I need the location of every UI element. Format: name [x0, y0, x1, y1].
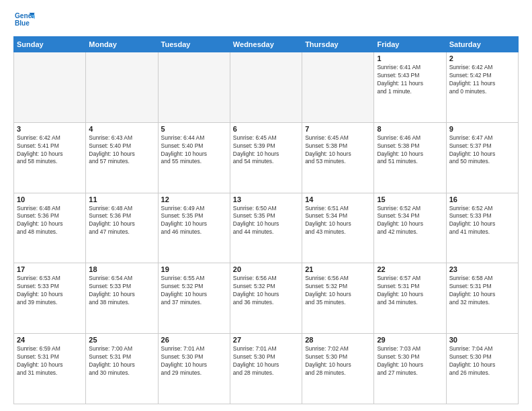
calendar-cell: 23Sunrise: 6:58 AM Sunset: 5:31 PM Dayli…	[446, 263, 518, 334]
day-info: Sunrise: 6:41 AM Sunset: 5:43 PM Dayligh…	[377, 64, 443, 96]
calendar-cell: 11Sunrise: 6:48 AM Sunset: 5:36 PM Dayli…	[86, 193, 158, 263]
day-number: 6	[233, 125, 299, 133]
day-info: Sunrise: 6:54 AM Sunset: 5:33 PM Dayligh…	[89, 275, 154, 307]
day-info: Sunrise: 6:56 AM Sunset: 5:32 PM Dayligh…	[233, 275, 299, 307]
day-number: 2	[449, 54, 515, 62]
day-info: Sunrise: 7:04 AM Sunset: 5:30 PM Dayligh…	[449, 345, 515, 377]
day-number: 10	[17, 195, 83, 203]
svg-text:Blue: Blue	[15, 19, 30, 27]
calendar-table: SundayMondayTuesdayWednesdayThursdayFrid…	[13, 36, 519, 404]
day-number: 25	[89, 336, 154, 344]
calendar-cell	[158, 52, 230, 123]
calendar-cell: 1Sunrise: 6:41 AM Sunset: 5:43 PM Daylig…	[374, 52, 446, 123]
calendar-cell: 16Sunrise: 6:52 AM Sunset: 5:33 PM Dayli…	[446, 193, 518, 263]
weekday-header: Saturday	[446, 37, 518, 52]
day-number: 22	[377, 265, 443, 273]
calendar-cell	[230, 52, 302, 123]
day-info: Sunrise: 6:45 AM Sunset: 5:38 PM Dayligh…	[305, 134, 371, 167]
day-info: Sunrise: 7:01 AM Sunset: 5:30 PM Dayligh…	[233, 345, 299, 377]
calendar-cell: 5Sunrise: 6:44 AM Sunset: 5:40 PM Daylig…	[158, 122, 230, 193]
day-number: 27	[233, 336, 299, 344]
weekday-header: Tuesday	[158, 37, 230, 52]
day-number: 5	[161, 125, 227, 133]
day-info: Sunrise: 7:02 AM Sunset: 5:30 PM Dayligh…	[305, 345, 371, 377]
calendar-cell: 25Sunrise: 7:00 AM Sunset: 5:31 PM Dayli…	[86, 334, 158, 404]
day-info: Sunrise: 6:48 AM Sunset: 5:36 PM Dayligh…	[89, 205, 154, 237]
calendar-cell: 17Sunrise: 6:53 AM Sunset: 5:33 PM Dayli…	[14, 263, 86, 334]
day-number: 21	[305, 265, 371, 273]
day-number: 1	[377, 54, 443, 62]
day-number: 9	[449, 125, 515, 133]
calendar-week-row: 3Sunrise: 6:42 AM Sunset: 5:41 PM Daylig…	[14, 122, 519, 193]
day-info: Sunrise: 6:42 AM Sunset: 5:41 PM Dayligh…	[17, 134, 83, 167]
calendar-week-row: 17Sunrise: 6:53 AM Sunset: 5:33 PM Dayli…	[14, 263, 519, 334]
day-number: 16	[449, 195, 515, 203]
day-number: 7	[305, 125, 371, 133]
calendar-cell: 2Sunrise: 6:42 AM Sunset: 5:42 PM Daylig…	[446, 52, 518, 123]
logo-icon: General Blue	[13, 11, 35, 30]
calendar-cell: 14Sunrise: 6:51 AM Sunset: 5:34 PM Dayli…	[302, 193, 374, 263]
calendar-cell: 21Sunrise: 6:56 AM Sunset: 5:32 PM Dayli…	[302, 263, 374, 334]
calendar-cell: 24Sunrise: 6:59 AM Sunset: 5:31 PM Dayli…	[14, 334, 86, 404]
calendar-cell: 28Sunrise: 7:02 AM Sunset: 5:30 PM Dayli…	[302, 334, 374, 404]
day-number: 30	[449, 336, 515, 344]
calendar-cell: 13Sunrise: 6:50 AM Sunset: 5:35 PM Dayli…	[230, 193, 302, 263]
weekday-header: Sunday	[14, 37, 86, 52]
day-info: Sunrise: 6:53 AM Sunset: 5:33 PM Dayligh…	[17, 275, 83, 307]
day-number: 18	[89, 265, 154, 273]
calendar-cell: 19Sunrise: 6:55 AM Sunset: 5:32 PM Dayli…	[158, 263, 230, 334]
day-number: 24	[17, 336, 83, 344]
day-info: Sunrise: 6:59 AM Sunset: 5:31 PM Dayligh…	[17, 345, 83, 377]
weekday-header: Friday	[374, 37, 446, 52]
weekday-header: Monday	[86, 37, 158, 52]
calendar-cell: 30Sunrise: 7:04 AM Sunset: 5:30 PM Dayli…	[446, 334, 518, 404]
weekday-header: Wednesday	[230, 37, 302, 52]
day-info: Sunrise: 6:52 AM Sunset: 5:33 PM Dayligh…	[449, 205, 515, 237]
day-info: Sunrise: 6:58 AM Sunset: 5:31 PM Dayligh…	[449, 275, 515, 307]
page: General Blue SundayMondayTuesdayWednesda…	[0, 0, 532, 411]
calendar-cell: 10Sunrise: 6:48 AM Sunset: 5:36 PM Dayli…	[14, 193, 86, 263]
day-number: 12	[161, 195, 227, 203]
calendar-cell	[302, 52, 374, 123]
day-info: Sunrise: 6:55 AM Sunset: 5:32 PM Dayligh…	[161, 275, 227, 307]
day-number: 19	[161, 265, 227, 273]
day-info: Sunrise: 7:00 AM Sunset: 5:31 PM Dayligh…	[89, 345, 154, 377]
day-info: Sunrise: 6:43 AM Sunset: 5:40 PM Dayligh…	[89, 134, 154, 167]
day-info: Sunrise: 6:45 AM Sunset: 5:39 PM Dayligh…	[233, 134, 299, 167]
day-number: 20	[233, 265, 299, 273]
calendar-cell: 7Sunrise: 6:45 AM Sunset: 5:38 PM Daylig…	[302, 122, 374, 193]
day-number: 29	[377, 336, 443, 344]
calendar-header-row: SundayMondayTuesdayWednesdayThursdayFrid…	[14, 37, 519, 52]
day-number: 15	[377, 195, 443, 203]
day-info: Sunrise: 7:03 AM Sunset: 5:30 PM Dayligh…	[377, 345, 443, 377]
calendar-cell: 6Sunrise: 6:45 AM Sunset: 5:39 PM Daylig…	[230, 122, 302, 193]
day-info: Sunrise: 6:51 AM Sunset: 5:34 PM Dayligh…	[305, 205, 371, 237]
calendar-cell: 8Sunrise: 6:46 AM Sunset: 5:38 PM Daylig…	[374, 122, 446, 193]
day-info: Sunrise: 6:52 AM Sunset: 5:34 PM Dayligh…	[377, 205, 443, 237]
day-number: 28	[305, 336, 371, 344]
day-info: Sunrise: 6:44 AM Sunset: 5:40 PM Dayligh…	[161, 134, 227, 167]
calendar-cell: 20Sunrise: 6:56 AM Sunset: 5:32 PM Dayli…	[230, 263, 302, 334]
weekday-header: Thursday	[302, 37, 374, 52]
calendar-cell: 22Sunrise: 6:57 AM Sunset: 5:31 PM Dayli…	[374, 263, 446, 334]
day-info: Sunrise: 6:57 AM Sunset: 5:31 PM Dayligh…	[377, 275, 443, 307]
calendar-cell: 12Sunrise: 6:49 AM Sunset: 5:35 PM Dayli…	[158, 193, 230, 263]
day-info: Sunrise: 7:01 AM Sunset: 5:30 PM Dayligh…	[161, 345, 227, 377]
calendar-cell: 4Sunrise: 6:43 AM Sunset: 5:40 PM Daylig…	[86, 122, 158, 193]
day-number: 3	[17, 125, 83, 133]
calendar-cell: 9Sunrise: 6:47 AM Sunset: 5:37 PM Daylig…	[446, 122, 518, 193]
calendar-cell: 3Sunrise: 6:42 AM Sunset: 5:41 PM Daylig…	[14, 122, 86, 193]
calendar-cell: 18Sunrise: 6:54 AM Sunset: 5:33 PM Dayli…	[86, 263, 158, 334]
day-number: 23	[449, 265, 515, 273]
day-number: 13	[233, 195, 299, 203]
day-info: Sunrise: 6:50 AM Sunset: 5:35 PM Dayligh…	[233, 205, 299, 237]
logo: General Blue	[13, 11, 38, 30]
calendar-week-row: 24Sunrise: 6:59 AM Sunset: 5:31 PM Dayli…	[14, 334, 519, 404]
day-info: Sunrise: 6:47 AM Sunset: 5:37 PM Dayligh…	[449, 134, 515, 167]
day-info: Sunrise: 6:48 AM Sunset: 5:36 PM Dayligh…	[17, 205, 83, 237]
day-number: 8	[377, 125, 443, 133]
day-info: Sunrise: 6:49 AM Sunset: 5:35 PM Dayligh…	[161, 205, 227, 237]
header: General Blue	[13, 11, 519, 30]
calendar-cell	[14, 52, 86, 123]
day-info: Sunrise: 6:46 AM Sunset: 5:38 PM Dayligh…	[377, 134, 443, 167]
